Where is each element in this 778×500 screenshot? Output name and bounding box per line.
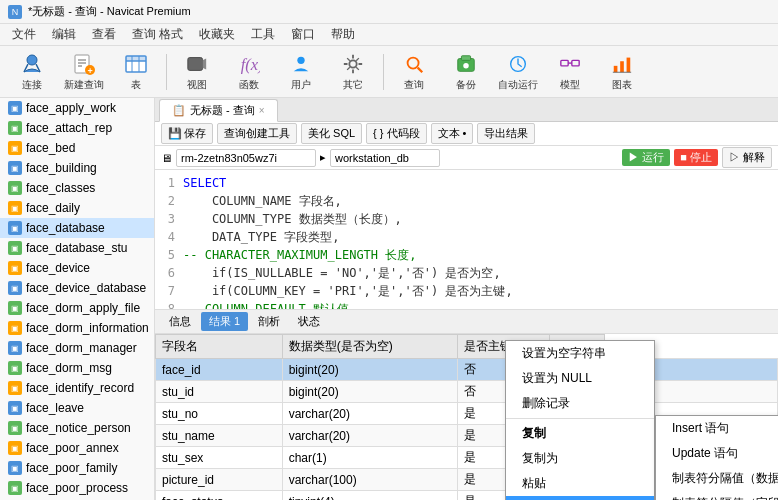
- user-icon: [289, 52, 313, 76]
- ctx-show[interactable]: 显示 ▶: [506, 496, 654, 500]
- svg-rect-29: [620, 61, 624, 72]
- function-button[interactable]: f(x) 函数: [225, 50, 273, 94]
- chart-button[interactable]: 图表: [598, 50, 646, 94]
- sidebar-item[interactable]: ▣face_poor_family: [0, 458, 154, 478]
- sidebar-item[interactable]: ▣face_apply_work: [0, 98, 154, 118]
- sidebar-item[interactable]: ▣face_database: [0, 218, 154, 238]
- cell-name: stu_no: [156, 403, 283, 425]
- query-button[interactable]: 查询: [390, 50, 438, 94]
- cell-name: stu_name: [156, 425, 283, 447]
- sub-ctx-tab-data[interactable]: 制表符分隔值（数据）: [656, 466, 778, 491]
- sidebar-item-label: face_database: [26, 221, 105, 235]
- sidebar-item[interactable]: ▣face_poor_process: [0, 478, 154, 498]
- run-button[interactable]: ▶ 运行: [622, 149, 670, 166]
- other-button[interactable]: 其它: [329, 50, 377, 94]
- menu-help[interactable]: 帮助: [323, 24, 363, 45]
- table-row[interactable]: face_id bigint(20) 否 是 ID: [156, 359, 778, 381]
- sidebar-item[interactable]: ▣face_poor_annex: [0, 438, 154, 458]
- menu-file[interactable]: 文件: [4, 24, 44, 45]
- backup-button[interactable]: 备份: [442, 50, 490, 94]
- code-snippet-button[interactable]: { } 代码段: [366, 123, 426, 144]
- autorun-button[interactable]: 自动运行: [494, 50, 542, 94]
- sidebar-item-label: face_apply_work: [26, 101, 116, 115]
- model-button[interactable]: 模型: [546, 50, 594, 94]
- ctx-delete-record[interactable]: 删除记录: [506, 391, 654, 416]
- tab-icon: 📋: [172, 104, 186, 117]
- sidebar-item[interactable]: ▣face_attach_rep: [0, 118, 154, 138]
- model-icon: [558, 52, 582, 76]
- sidebar-item[interactable]: ▣face_dorm_apply_file: [0, 298, 154, 318]
- menu-window[interactable]: 窗口: [283, 24, 323, 45]
- connect-icon: [20, 52, 44, 76]
- cell-type: bigint(20): [282, 381, 458, 403]
- connect-button[interactable]: 连接: [8, 50, 56, 94]
- table-icon: [124, 52, 148, 76]
- beautify-button[interactable]: 美化 SQL: [301, 123, 362, 144]
- menu-edit[interactable]: 编辑: [44, 24, 84, 45]
- menu-tools[interactable]: 工具: [243, 24, 283, 45]
- cell-type: varchar(20): [282, 403, 458, 425]
- query-builder-button[interactable]: 查询创建工具: [217, 123, 297, 144]
- sidebar-item-label: face_device_database: [26, 281, 146, 295]
- svg-point-17: [297, 56, 304, 63]
- database-input[interactable]: [330, 149, 440, 167]
- user-button[interactable]: 用户: [277, 50, 325, 94]
- chart-label: 图表: [612, 78, 632, 92]
- svg-rect-28: [614, 65, 618, 71]
- query-label: 查询: [404, 78, 424, 92]
- sub-ctx-insert[interactable]: Insert 语句: [656, 416, 778, 441]
- ctx-paste[interactable]: 粘贴: [506, 471, 654, 496]
- sidebar-item[interactable]: ▣face_dorm_manager: [0, 338, 154, 358]
- sidebar-item[interactable]: ▣face_building: [0, 158, 154, 178]
- arrow-icon: ▸: [320, 151, 326, 164]
- connection-input[interactable]: [176, 149, 316, 167]
- sidebar-item[interactable]: ▣face_leave: [0, 398, 154, 418]
- sidebar-item-label: face_poor_family: [26, 461, 117, 475]
- sidebar-item[interactable]: ▣face_notice_person: [0, 418, 154, 438]
- sub-ctx-tab-fields[interactable]: 制表符分隔值（字段名）: [656, 491, 778, 500]
- ctx-set-null[interactable]: 设置为 NULL: [506, 366, 654, 391]
- result-tab-profile[interactable]: 剖析: [250, 312, 288, 331]
- sidebar-item[interactable]: ▣face_identify_record: [0, 378, 154, 398]
- ctx-copy[interactable]: 复制: [506, 421, 654, 446]
- sidebar-item[interactable]: ▣face_daily: [0, 198, 154, 218]
- ctx-set-empty[interactable]: 设置为空字符串: [506, 341, 654, 366]
- sidebar-item[interactable]: ▣face_dorm_information: [0, 318, 154, 338]
- new-query-button[interactable]: + 新建查询: [60, 50, 108, 94]
- sub-ctx-update[interactable]: Update 语句: [656, 441, 778, 466]
- export-button[interactable]: 导出结果: [477, 123, 535, 144]
- text-mode-button[interactable]: 文本 •: [431, 123, 474, 144]
- sidebar-item[interactable]: ▣face_database_stu: [0, 238, 154, 258]
- video-button[interactable]: 视图: [173, 50, 221, 94]
- menu-favorites[interactable]: 收藏夹: [191, 24, 243, 45]
- explain-button[interactable]: ▷ 解释: [722, 147, 772, 168]
- ctx-copy-as[interactable]: 复制为: [506, 446, 654, 471]
- sidebar-item[interactable]: ▣face_dorm_msg: [0, 358, 154, 378]
- sidebar-item[interactable]: ▣face_classes: [0, 178, 154, 198]
- svg-point-23: [463, 63, 469, 69]
- sidebar-item-label: face_dorm_msg: [26, 361, 112, 375]
- sidebar-item[interactable]: ▣face_bed: [0, 138, 154, 158]
- menu-view[interactable]: 查看: [84, 24, 124, 45]
- table-button[interactable]: 表: [112, 50, 160, 94]
- query-builder-label: 查询创建工具: [224, 126, 290, 141]
- cell-type: bigint(20): [282, 359, 458, 381]
- cell-name: face_status: [156, 491, 283, 501]
- result-tab-result[interactable]: 结果 1: [201, 312, 248, 331]
- sql-editor[interactable]: 123456789 SELECT COLUMN_NAME 字段名, COLUMN…: [155, 170, 778, 310]
- sidebar-item-icon: ▣: [8, 301, 22, 315]
- sidebar-item-label: face_attach_rep: [26, 121, 112, 135]
- menu-query-format[interactable]: 查询 格式: [124, 24, 191, 45]
- result-tab-info[interactable]: 信息: [161, 312, 199, 331]
- sidebar-item[interactable]: ▣face_device_database: [0, 278, 154, 298]
- connect-label: 连接: [22, 78, 42, 92]
- export-label: 导出结果: [484, 126, 528, 141]
- col-header-type: 数据类型(是否为空): [282, 335, 458, 359]
- table-row[interactable]: stu_id bigint(20) 否 否 学生ID: [156, 381, 778, 403]
- result-tab-status[interactable]: 状态: [290, 312, 328, 331]
- sidebar-item[interactable]: ▣face_device: [0, 258, 154, 278]
- save-button[interactable]: 💾 保存: [161, 123, 213, 144]
- tab-close-button[interactable]: ×: [259, 105, 265, 116]
- query-tab[interactable]: 📋 无标题 - 查询 ×: [159, 99, 278, 122]
- stop-button[interactable]: ■ 停止: [674, 149, 718, 166]
